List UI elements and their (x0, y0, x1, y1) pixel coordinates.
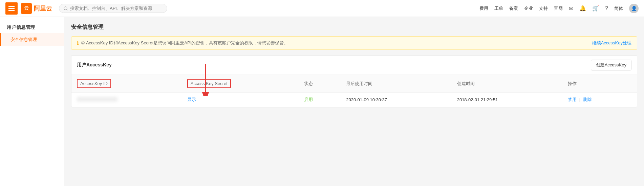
status-badge: 启用 (304, 97, 313, 102)
warning-icon: ℹ (77, 40, 79, 46)
nav-support[interactable]: 支持 (539, 5, 548, 12)
main-content: 安全信息管理 ℹ ① AccessKey ID和AccessKey Secret… (64, 17, 644, 186)
disable-button[interactable]: 禁用 (568, 97, 577, 102)
page-title: 安全信息管理 (71, 24, 637, 31)
hamburger-menu[interactable] (5, 2, 18, 15)
access-key-id-value (77, 97, 117, 102)
table-row: 显示 启用 (71, 92, 637, 107)
sidebar-section-user-management[interactable]: 用户信息管理 (0, 20, 64, 33)
col-id-box: AccessKey ID (77, 79, 111, 88)
sidebar-item-security[interactable]: 安全信息管理 (0, 33, 64, 46)
top-navigation: 云 阿里云 费用 工单 备案 企业 支持 官网 ✉ 🔔 🛒 ? 简体 👤 (0, 0, 644, 17)
page-layout: 用户信息管理 安全信息管理 安全信息管理 ℹ ① AccessKey ID和Ac… (0, 17, 644, 186)
col-header-secret: Access Key Secret (182, 75, 299, 92)
user-avatar[interactable]: 👤 (629, 4, 639, 13)
warning-link[interactable]: 继续AccessKey处理 (592, 40, 631, 46)
cell-created: 2018-02-01 21:29:51 (452, 92, 562, 107)
search-icon (63, 6, 68, 11)
cell-actions: 禁用 | 删除 (562, 92, 637, 107)
cell-status: 启用 (299, 92, 341, 107)
nav-tickets[interactable]: 工单 (494, 5, 503, 12)
nav-enterprise[interactable]: 企业 (524, 5, 533, 12)
sidebar: 用户信息管理 安全信息管理 (0, 17, 64, 186)
col-secret-box: Access Key Secret (187, 79, 231, 88)
accesskey-table-section: 用户AccessKey 创建AccessKey AccessKey ID Acc… (71, 55, 637, 107)
search-input[interactable] (70, 6, 163, 11)
logo-text: 阿里云 (34, 4, 52, 13)
accesskey-table: AccessKey ID Access Key Secret 状态 最后使用时间… (71, 75, 637, 107)
logo-icon: 云 (21, 3, 32, 14)
show-secret-button[interactable]: 显示 (187, 97, 196, 102)
cell-last-used: 2020-01-09 10:30:37 (341, 92, 451, 107)
cart-icon[interactable]: 🛒 (592, 5, 599, 12)
col-header-last-used: 最后使用时间 (341, 75, 451, 92)
col-header-status: 状态 (299, 75, 341, 92)
warning-text-content: ① AccessKey ID和AccessKey Secret是您访问阿里云AP… (81, 40, 288, 46)
create-accesskey-button[interactable]: 创建AccessKey (591, 60, 631, 70)
col-header-id: AccessKey ID (71, 75, 182, 92)
table-body: 显示 启用 (71, 92, 637, 107)
nav-fees[interactable]: 费用 (479, 5, 488, 12)
table-toolbar: 用户AccessKey 创建AccessKey (71, 56, 637, 75)
bell-icon[interactable]: 🔔 (579, 5, 586, 12)
svg-line-1 (67, 9, 68, 10)
nav-filing[interactable]: 备案 (509, 5, 518, 12)
table-header: AccessKey ID Access Key Secret 状态 最后使用时间… (71, 75, 637, 92)
nav-right-items: 费用 工单 备案 企业 支持 官网 ✉ 🔔 🛒 ? 简体 👤 (479, 4, 639, 13)
col-header-created: 创建时间 (452, 75, 562, 92)
toolbar-title: 用户AccessKey (77, 62, 112, 68)
svg-point-0 (64, 6, 67, 9)
search-box[interactable] (59, 4, 167, 13)
nav-lang[interactable]: 简体 (614, 5, 623, 12)
warning-banner: ℹ ① AccessKey ID和AccessKey Secret是您访问阿里云… (71, 36, 637, 50)
cell-id (71, 92, 182, 107)
nav-official[interactable]: 官网 (554, 5, 563, 12)
help-icon[interactable]: ? (605, 5, 608, 12)
warning-message: ℹ ① AccessKey ID和AccessKey Secret是您访问阿里云… (77, 40, 288, 46)
cell-secret: 显示 (182, 92, 299, 107)
mail-icon[interactable]: ✉ (569, 5, 573, 12)
col-header-actions: 操作 (562, 75, 637, 92)
delete-button[interactable]: 删除 (583, 97, 592, 102)
logo: 云 阿里云 (21, 3, 52, 14)
action-divider: | (579, 97, 580, 102)
